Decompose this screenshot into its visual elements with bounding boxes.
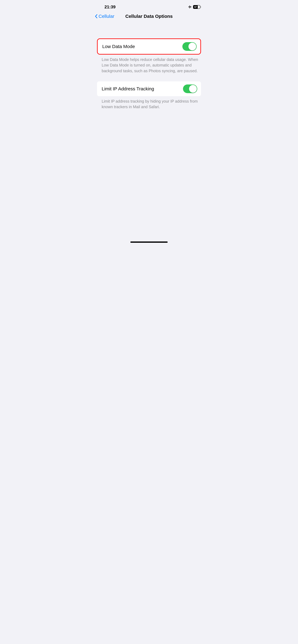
status-bar: 21:39 67	[92, 0, 206, 12]
status-right: 67	[188, 5, 201, 9]
back-button[interactable]: Cellular	[95, 14, 114, 19]
airplane-icon	[188, 5, 192, 9]
back-label: Cellular	[99, 14, 114, 19]
home-indicator[interactable]	[130, 242, 168, 243]
limit-ip-tracking-description: Limit IP address tracking by hiding your…	[92, 96, 206, 110]
page-title: Cellular Data Options	[125, 14, 173, 19]
status-time: 21:39	[104, 4, 116, 10]
battery-level: 67	[194, 6, 197, 8]
battery-indicator: 67	[193, 5, 201, 9]
toggle-knob	[188, 42, 196, 50]
low-data-mode-toggle[interactable]	[182, 42, 197, 51]
limit-ip-tracking-group: Limit IP Address Tracking	[97, 81, 201, 96]
limit-ip-tracking-row[interactable]: Limit IP Address Tracking	[97, 81, 201, 96]
chevron-left-icon	[95, 14, 98, 18]
low-data-mode-label: Low Data Mode	[102, 44, 135, 49]
toggle-knob	[189, 85, 197, 93]
low-data-mode-group: Low Data Mode	[97, 38, 201, 54]
phone-screen: 21:39 67 Cellular Cellular Data Options	[92, 0, 206, 245]
low-data-mode-description: Low Data Mode helps reduce cellular data…	[92, 54, 206, 74]
content-area: Low Data Mode Low Data Mode helps reduce…	[92, 22, 206, 110]
low-data-mode-row[interactable]: Low Data Mode	[97, 38, 201, 54]
limit-ip-tracking-toggle[interactable]	[183, 84, 197, 93]
limit-ip-tracking-label: Limit IP Address Tracking	[102, 86, 154, 92]
nav-bar: Cellular Cellular Data Options	[92, 12, 206, 22]
